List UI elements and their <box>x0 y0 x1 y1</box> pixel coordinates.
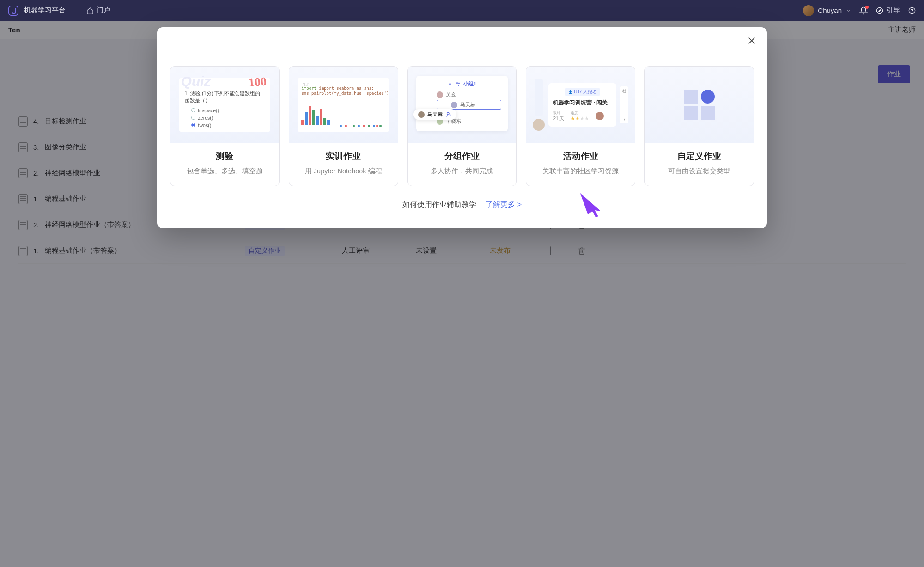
quiz-option-label: twos() <box>198 122 212 128</box>
quiz-brand-text: Quiz <box>181 73 211 89</box>
group-name: 小组1 <box>463 80 476 87</box>
quiz-stem: 1. 测验 (1分) 下列不能创建数组的函数是（） <box>185 90 265 104</box>
card-activity-title: 活动作业 <box>531 150 630 162</box>
modal-overlay[interactable]: Quiz 100 1. 测验 (1分) 下列不能创建数组的函数是（） linsp… <box>0 21 924 567</box>
divider <box>76 6 76 15</box>
card-custom-preview <box>645 67 754 143</box>
top-header: 机器学习平台 门户 Chuyan 引导 <box>0 0 924 21</box>
footer-text: 如何使用作业辅助教学， <box>402 201 484 208</box>
svg-point-3 <box>912 12 912 12</box>
card-activity-preview: 👤 887 人报名 机器学习训练营 · 闯关 限时 21 天 难度 ★★★★ <box>526 67 635 143</box>
radio-icon <box>191 116 195 120</box>
act-difficulty-label: 难度 <box>571 110 589 116</box>
close-icon <box>747 36 757 46</box>
svg-point-6 <box>456 82 458 84</box>
card-notebook-preview: In[ ]: import import seaborn as sns; sns… <box>289 67 398 143</box>
quiz-option: twos() <box>191 122 265 128</box>
nb-line-1: sns.pairplot(my_data,hue='species') <box>301 91 385 97</box>
card-notebook-title: 实训作业 <box>294 150 393 162</box>
users-icon <box>455 81 461 87</box>
svg-point-0 <box>876 7 882 13</box>
notification-dot-icon <box>865 6 869 9</box>
quiz-option: zeros() <box>191 115 265 121</box>
card-group[interactable]: 小组1 吴玄 马天赫 卡晓东 马天赫 分组 <box>407 66 517 186</box>
homework-type-modal: Quiz 100 1. 测验 (1分) 下列不能创建数组的函数是（） linsp… <box>157 27 767 228</box>
card-quiz-title: 测验 <box>175 150 274 162</box>
act-duration-value: 21 天 <box>553 116 564 122</box>
card-quiz-desc: 包含单选、多选、填空题 <box>175 167 274 176</box>
nb-cell-label: In[ ]: <box>301 82 385 86</box>
help-icon[interactable] <box>908 7 916 14</box>
nb-line-0: import seaborn as sns; <box>319 86 374 91</box>
card-notebook-desc: 用 Jupyter Notebook 编程 <box>294 167 393 176</box>
svg-point-8 <box>447 112 450 115</box>
act-avatar-icon <box>533 119 545 131</box>
nb-bars-icon <box>301 102 330 125</box>
modal-footer: 如何使用作业辅助教学， 了解更多 > <box>170 200 754 210</box>
radio-icon <box>191 123 195 127</box>
card-activity-desc: 关联丰富的社区学习资源 <box>531 167 630 176</box>
act-side-num: 7 <box>623 117 626 122</box>
chevron-down-icon <box>845 8 851 13</box>
act-side-bar <box>535 79 543 116</box>
nb-code: import import seaborn as sns; sns.pairpl… <box>301 86 385 97</box>
card-custom-desc: 可自由设置提交类型 <box>650 167 749 176</box>
svg-point-7 <box>458 83 459 84</box>
guide-label: 引导 <box>886 6 900 15</box>
quiz-option-label: linspace() <box>198 108 219 113</box>
quiz-option-label: zeros() <box>198 115 213 121</box>
radio-icon <box>191 108 195 112</box>
user-name: Chuyan <box>818 6 842 14</box>
notifications-button[interactable] <box>859 6 868 15</box>
quiz-score-text: 100 <box>248 74 267 90</box>
compass-icon <box>876 7 883 14</box>
svg-marker-1 <box>878 9 881 12</box>
group-popup: 马天赫 <box>413 109 456 120</box>
card-quiz[interactable]: Quiz 100 1. 测验 (1分) 下列不能创建数组的函数是（） linsp… <box>170 66 280 186</box>
act-side-label: 社 <box>622 88 626 94</box>
card-custom-title: 自定义作业 <box>650 150 749 162</box>
avatar-icon <box>803 5 814 16</box>
group-user-0: 吴玄 <box>446 91 456 98</box>
act-duration-label: 限时 <box>553 110 564 116</box>
card-group-desc: 多人协作，共同完成 <box>413 167 512 176</box>
card-group-title: 分组作业 <box>413 150 512 162</box>
chevron-down-icon <box>448 82 452 86</box>
card-group-preview: 小组1 吴玄 马天赫 卡晓东 马天赫 <box>408 67 517 143</box>
act-avatar-small-icon <box>596 112 604 120</box>
card-quiz-preview: Quiz 100 1. 测验 (1分) 下列不能创建数组的函数是（） linsp… <box>170 67 279 143</box>
user-plus-icon <box>445 111 452 118</box>
portal-label: 门户 <box>97 6 110 15</box>
guide-button[interactable]: 引导 <box>876 6 900 15</box>
act-tag: 887 人报名 <box>574 89 596 94</box>
card-custom[interactable]: 自定义作业 可自由设置提交类型 <box>644 66 754 186</box>
custom-shapes-icon <box>684 90 715 120</box>
quiz-option: linspace() <box>191 108 265 113</box>
close-button[interactable] <box>747 36 757 46</box>
portal-link[interactable]: 门户 <box>86 6 110 15</box>
stars-icon: ★★★★ <box>571 116 589 122</box>
act-title: 机器学习训练营 · 闯关 <box>553 99 612 107</box>
card-activity[interactable]: 👤 887 人报名 机器学习训练营 · 闯关 限时 21 天 难度 ★★★★ <box>526 66 635 186</box>
logo-icon <box>8 6 18 16</box>
home-icon <box>86 7 94 14</box>
product-name: 机器学习平台 <box>24 6 66 15</box>
user-menu[interactable]: Chuyan <box>803 5 851 16</box>
card-notebook[interactable]: In[ ]: import import seaborn as sns; sns… <box>289 66 398 186</box>
group-user-1: 马天赫 <box>460 101 475 108</box>
learn-more-link[interactable]: 了解更多 > <box>486 201 522 208</box>
group-popup-user: 马天赫 <box>427 111 443 118</box>
